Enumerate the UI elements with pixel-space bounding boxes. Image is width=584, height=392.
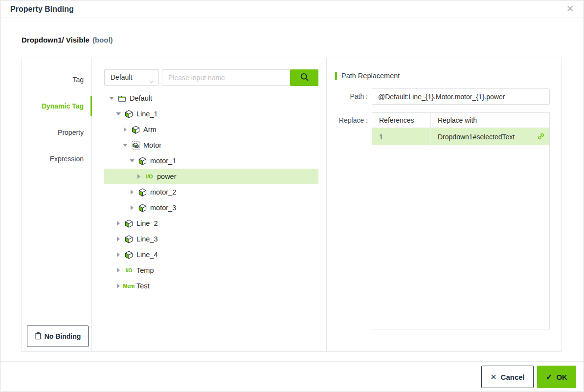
tree-item-label: Temp	[136, 266, 154, 274]
tree-item[interactable]: Mem Test	[104, 278, 318, 294]
replace-table-body: 1 Dropdown1#selectedText	[372, 128, 549, 145]
cube-icon	[138, 157, 147, 165]
io-icon: I/O	[124, 266, 134, 274]
expander-icon[interactable]	[116, 268, 121, 273]
chevron-down-icon	[149, 75, 154, 90]
tree-item[interactable]: Line_2	[104, 216, 318, 231]
tree-item[interactable]: Motor	[104, 137, 318, 153]
property-binding-dialog: Property Binding ✕ Dropdown1/ Visible(bo…	[0, 0, 584, 392]
tree-item-label: Test	[136, 282, 150, 290]
search-button[interactable]	[290, 69, 318, 86]
tree-item[interactable]: motor_3	[104, 200, 318, 216]
expander-icon[interactable]	[130, 159, 135, 162]
tag-browser-panel: Default Default Line_1 Arm Motor motor_1	[92, 58, 327, 351]
expander-icon[interactable]	[116, 221, 121, 226]
tree-item-label: Arm	[143, 126, 157, 133]
cube-icon	[124, 251, 134, 259]
no-binding-label: No Binding	[45, 332, 81, 340]
tag-group-select[interactable]: Default	[104, 69, 159, 86]
cancel-x-icon: ✕	[490, 372, 496, 382]
tree-item-label: Line_3	[136, 235, 158, 243]
tree-item-label: Line_1	[136, 110, 158, 118]
tag-group-select-value: Default	[111, 73, 132, 81]
expander-icon[interactable]	[116, 237, 121, 241]
tag-tree: Default Line_1 Arm Motor motor_1 I/O pow…	[104, 90, 318, 349]
tree-item[interactable]: Line_1	[104, 106, 318, 122]
cube-icon	[124, 219, 134, 227]
tree-item[interactable]: Arm	[104, 122, 318, 137]
tree-item-label: Line_4	[136, 251, 158, 259]
sidebar-item-expression[interactable]: Expression	[22, 152, 91, 166]
cube-icon	[124, 235, 134, 243]
tree-item[interactable]: Default	[104, 90, 318, 106]
tree-item-label: Motor	[143, 141, 161, 149]
tree-item-label: Default	[130, 94, 152, 102]
path-replacement-panel: Path Replacement Path : Replace : Refere…	[327, 58, 561, 351]
replace-table-header: References Replace with	[372, 113, 549, 128]
expander-icon[interactable]	[116, 252, 121, 257]
tree-item-label: power	[157, 173, 177, 180]
tree-item-label: motor_2	[150, 188, 176, 196]
active-indicator	[90, 96, 92, 116]
section-accent-bar	[335, 72, 337, 80]
path-input[interactable]	[372, 88, 550, 105]
dialog-footer: ✕ Cancel ✓ OK	[0, 361, 584, 392]
replace-with-value: Dropdown1#selectedText	[438, 133, 515, 141]
cube-group-icon	[131, 141, 140, 149]
io-icon: I/O	[145, 173, 154, 180]
tree-item[interactable]: motor_2	[104, 184, 318, 200]
expander-icon[interactable]	[123, 144, 128, 147]
expander-icon[interactable]	[109, 97, 114, 100]
ok-button[interactable]: ✓ OK	[537, 366, 576, 388]
tree-item[interactable]: I/O power	[104, 169, 318, 184]
section-title: Path Replacement	[341, 72, 400, 80]
ok-check-icon: ✓	[546, 372, 552, 382]
expander-icon[interactable]	[136, 174, 141, 179]
reference-cell: 1	[372, 128, 431, 145]
dialog-titlebar: Property Binding ✕	[0, 0, 584, 18]
binding-editor: Tag Dynamic Tag Property Expression No B…	[22, 58, 562, 352]
sidebar-item-label: Dynamic Tag	[42, 102, 84, 110]
tree-item-label: Line_2	[136, 219, 158, 227]
binding-mode-sidebar: Tag Dynamic Tag Property Expression No B…	[22, 58, 92, 351]
replace-table-row[interactable]: 1 Dropdown1#selectedText	[372, 128, 549, 145]
column-header-replace-with: Replace with	[431, 113, 549, 128]
sidebar-item-property[interactable]: Property	[22, 125, 91, 140]
cube-icon	[124, 110, 134, 118]
sidebar-item-dynamic-tag[interactable]: Dynamic Tag	[22, 99, 91, 113]
cube-icon	[131, 126, 140, 133]
cube-icon	[138, 188, 147, 196]
dialog-title: Property Binding	[10, 0, 74, 18]
close-icon[interactable]: ✕	[566, 0, 574, 17]
tree-item[interactable]: Line_3	[104, 231, 318, 247]
binding-target-type: (bool)	[92, 36, 113, 44]
chain-link-icon[interactable]	[537, 132, 545, 142]
replace-label: Replace :	[327, 112, 368, 128]
tree-item[interactable]: I/O Temp	[104, 262, 318, 278]
tree-item-label: motor_3	[150, 204, 176, 212]
mem-icon: Mem	[124, 282, 134, 290]
replace-with-cell: Dropdown1#selectedText	[431, 128, 549, 145]
cube-icon	[138, 204, 147, 212]
expander-icon[interactable]	[130, 205, 135, 210]
expander-icon[interactable]	[123, 127, 128, 132]
trash-icon	[35, 332, 42, 341]
column-header-references: References	[372, 113, 431, 128]
binding-target-name: Dropdown1/ Visible	[22, 36, 90, 44]
path-label: Path :	[327, 88, 368, 105]
sidebar-item-tag[interactable]: Tag	[22, 72, 91, 87]
tree-item[interactable]: motor_1	[104, 153, 318, 169]
expander-icon[interactable]	[130, 190, 135, 195]
cancel-button[interactable]: ✕ Cancel	[481, 366, 534, 388]
binding-target: Dropdown1/ Visible(bool)	[22, 36, 113, 44]
search-input[interactable]	[162, 69, 290, 86]
expander-icon[interactable]	[116, 283, 121, 288]
cancel-label: Cancel	[501, 373, 525, 381]
section-header: Path Replacement	[335, 72, 400, 80]
no-binding-button[interactable]: No Binding	[27, 326, 89, 347]
tree-item[interactable]: Line_4	[104, 247, 318, 262]
tree-item-label: motor_1	[150, 157, 176, 165]
ok-label: OK	[556, 373, 567, 381]
replace-table: References Replace with 1 Dropdown1#sele…	[372, 112, 550, 329]
expander-icon[interactable]	[116, 112, 121, 115]
